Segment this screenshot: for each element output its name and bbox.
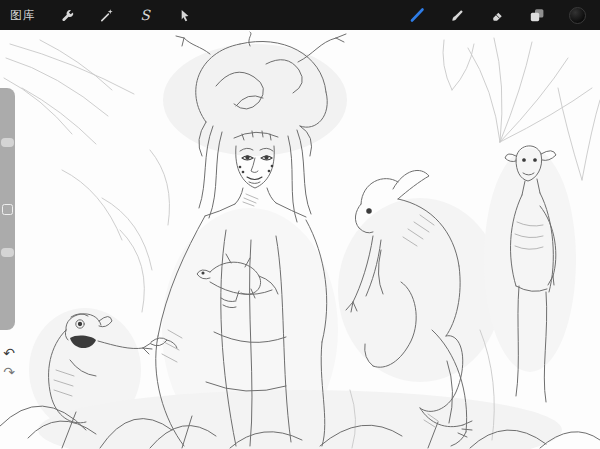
actions-button[interactable]: [52, 0, 82, 30]
magic-wand-icon: [99, 8, 114, 23]
topbar-right-tools: [402, 0, 592, 30]
sidebar: [0, 88, 15, 330]
transform-arrow-icon: [177, 8, 192, 23]
undo-button[interactable]: ↶: [3, 346, 15, 360]
selection-button[interactable]: S: [130, 0, 160, 30]
eraser-tool-button[interactable]: [482, 0, 512, 30]
selection-s-icon: S: [140, 8, 150, 22]
modify-button[interactable]: [2, 204, 13, 215]
transform-button[interactable]: [169, 0, 199, 30]
topbar-left-tools: 图库 S: [8, 0, 199, 30]
color-button[interactable]: [562, 0, 592, 30]
artwork-sketch: [0, 30, 600, 449]
gallery-button[interactable]: 图库: [8, 2, 43, 29]
brush-tool-button[interactable]: [442, 0, 472, 30]
brush-icon: [450, 8, 465, 23]
redo-button[interactable]: ↷: [3, 365, 15, 379]
layers-button[interactable]: [522, 0, 552, 30]
adjustments-button[interactable]: [91, 0, 121, 30]
procreate-app: 图库 S: [0, 0, 600, 449]
canvas[interactable]: ↶ ↷: [0, 30, 600, 449]
color-swatch: [569, 7, 586, 24]
wrench-icon: [60, 8, 75, 23]
brush-size-slider[interactable]: [1, 138, 14, 147]
topbar: 图库 S: [0, 0, 600, 30]
history-controls: ↶ ↷: [0, 346, 18, 379]
eraser-icon: [490, 8, 505, 23]
layers-icon: [529, 7, 545, 23]
opacity-slider[interactable]: [1, 248, 14, 257]
active-stroke-icon: [402, 0, 432, 30]
